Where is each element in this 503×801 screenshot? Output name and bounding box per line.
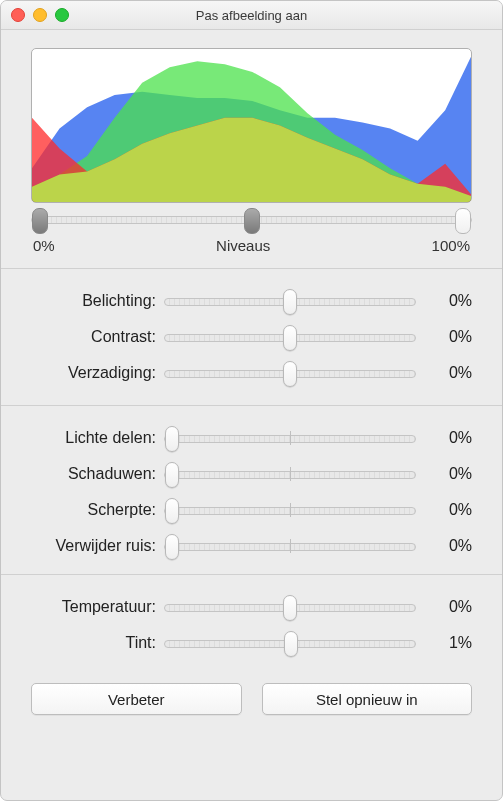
detail-label: Schaduwen: [31,465,164,483]
detail-row: Verwijder ruis:0% [31,528,472,564]
main-slider[interactable] [164,327,416,347]
detail-value: 0% [416,429,472,447]
main-label: Contrast: [31,328,164,346]
main-label: Belichting: [31,292,164,310]
detail-slider[interactable] [164,428,416,448]
color-row: Temperatuur:0% [31,589,472,625]
button-row: Verbeter Stel opnieuw in [31,683,472,715]
main-row: Contrast:0% [31,319,472,355]
main-label: Verzadiging: [31,364,164,382]
divider-1 [1,268,502,269]
detail-value: 0% [416,537,472,555]
levels-mid-thumb[interactable] [244,208,260,234]
adjust-image-window: Pas afbeelding aan 0% Niveaus 100% Belic… [0,0,503,801]
enhance-button[interactable]: Verbeter [31,683,242,715]
detail-slider[interactable] [164,500,416,520]
slider-thumb[interactable] [283,325,297,351]
main-slider[interactable] [164,363,416,383]
main-value: 0% [416,328,472,346]
slider-center-tick [290,431,291,445]
slider-group-detail: Lichte delen:0%Schaduwen:0%Scherpte:0%Ve… [31,420,472,564]
content-area: 0% Niveaus 100% Belichting:0%Contrast:0%… [1,30,502,733]
detail-row: Schaduwen:0% [31,456,472,492]
reset-button[interactable]: Stel opnieuw in [262,683,473,715]
levels-center-label: Niveaus [216,237,270,254]
traffic-lights [11,8,69,22]
levels-black-thumb[interactable] [32,208,48,234]
main-value: 0% [416,364,472,382]
slider-group-main: Belichting:0%Contrast:0%Verzadiging:0% [31,283,472,391]
detail-label: Scherpte: [31,501,164,519]
main-row: Belichting:0% [31,283,472,319]
detail-label: Verwijder ruis: [31,537,164,555]
detail-row: Lichte delen:0% [31,420,472,456]
detail-slider[interactable] [164,464,416,484]
levels-labels: 0% Niveaus 100% [31,237,472,254]
minimize-icon[interactable] [33,8,47,22]
color-slider[interactable] [164,597,416,617]
detail-row: Scherpte:0% [31,492,472,528]
slider-thumb[interactable] [165,498,179,524]
levels-max-label: 100% [432,237,470,254]
color-value: 0% [416,598,472,616]
divider-2 [1,405,502,406]
slider-group-color: Temperatuur:0%Tint:1% [31,589,472,661]
slider-thumb[interactable] [283,289,297,315]
main-row: Verzadiging:0% [31,355,472,391]
slider-center-tick [290,503,291,517]
slider-thumb[interactable] [165,534,179,560]
slider-thumb[interactable] [165,462,179,488]
levels-slider[interactable] [31,209,472,233]
levels-min-label: 0% [33,237,55,254]
color-label: Temperatuur: [31,598,164,616]
detail-value: 0% [416,465,472,483]
zoom-icon[interactable] [55,8,69,22]
slider-center-tick [290,539,291,553]
window-title: Pas afbeelding aan [1,8,502,23]
color-slider[interactable] [164,633,416,653]
levels-white-thumb[interactable] [455,208,471,234]
slider-center-tick [290,467,291,481]
color-value: 1% [416,634,472,652]
color-row: Tint:1% [31,625,472,661]
main-value: 0% [416,292,472,310]
main-slider[interactable] [164,291,416,311]
divider-3 [1,574,502,575]
slider-thumb[interactable] [165,426,179,452]
histogram [31,48,472,203]
detail-value: 0% [416,501,472,519]
color-label: Tint: [31,634,164,652]
close-icon[interactable] [11,8,25,22]
titlebar[interactable]: Pas afbeelding aan [1,1,502,30]
detail-label: Lichte delen: [31,429,164,447]
slider-thumb[interactable] [284,631,298,657]
slider-thumb[interactable] [283,595,297,621]
slider-thumb[interactable] [283,361,297,387]
detail-slider[interactable] [164,536,416,556]
